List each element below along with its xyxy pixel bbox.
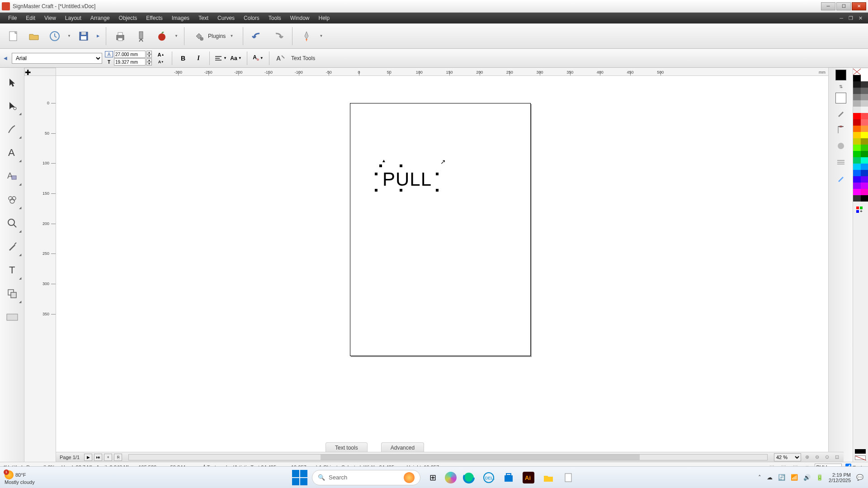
align-button[interactable]: ▼	[214, 52, 227, 65]
keyboard-tool[interactable]	[1, 306, 23, 328]
handle-n[interactable]	[400, 164, 402, 167]
width-down[interactable]: ▼	[146, 54, 152, 58]
text-height-input[interactable]	[114, 58, 146, 66]
undo-button[interactable]	[248, 27, 267, 46]
handle-se[interactable]	[436, 189, 439, 192]
color-swatch[interactable]	[853, 119, 861, 126]
color-swatch[interactable]	[853, 176, 861, 183]
save-dropdown[interactable]: ▶	[95, 34, 101, 38]
vertical-ruler[interactable]: -50050100150200250300350	[24, 76, 56, 462]
text-tools-icon[interactable]: A	[274, 52, 287, 65]
color-swatch[interactable]	[861, 119, 868, 126]
canvas-area[interactable]: ✚ mm -300-250-200-150-100-50050100150200…	[24, 68, 828, 462]
handle-e[interactable]	[436, 173, 439, 175]
canvas[interactable]: PULL ↗ ▲	[56, 76, 828, 462]
node-edit-tool[interactable]: ◢	[1, 95, 23, 117]
rotate-handle[interactable]: ↗	[440, 158, 446, 165]
color-swatch[interactable]	[861, 113, 868, 119]
mdi-minimize[interactable]: ─	[838, 15, 845, 21]
height-down[interactable]: ▼	[146, 62, 152, 66]
save-button[interactable]	[74, 27, 93, 46]
color-swatch[interactable]	[853, 151, 861, 157]
color-swatch[interactable]	[853, 189, 861, 195]
color-swatch[interactable]	[853, 183, 861, 189]
menu-effects[interactable]: Effects	[142, 14, 167, 23]
zoom-in[interactable]: ⊕	[803, 453, 811, 461]
zoom-tool[interactable]: ◢	[1, 212, 23, 234]
menu-tools[interactable]: Tools	[264, 14, 286, 23]
h-scrollbar[interactable]	[128, 454, 768, 460]
skew-handle[interactable]: ▲	[382, 158, 386, 163]
menu-edit[interactable]: Edit	[21, 14, 40, 23]
color-swatch[interactable]	[853, 126, 861, 132]
menu-images[interactable]: Images	[167, 14, 194, 23]
menu-arrange[interactable]: Arrange	[86, 14, 114, 23]
bold-button[interactable]: B	[177, 52, 189, 65]
pal-white[interactable]	[861, 69, 868, 75]
italic-button[interactable]: I	[192, 52, 205, 65]
tray-wifi[interactable]: 📶	[791, 474, 798, 481]
next-page[interactable]: ▶	[84, 454, 92, 461]
color-swatch[interactable]	[853, 81, 861, 88]
color-swatch[interactable]	[853, 138, 861, 145]
apple-button[interactable]	[152, 27, 171, 46]
copilot-icon[interactable]	[445, 472, 457, 483]
color-swatch[interactable]	[853, 113, 861, 119]
task-view[interactable]: ⊞	[425, 470, 440, 485]
tray-battery[interactable]: 🔋	[816, 474, 823, 481]
apple-dropdown[interactable]: ▼	[173, 34, 179, 38]
horizontal-ruler[interactable]: mm -300-250-200-150-100-5005010015020025…	[56, 68, 828, 76]
swap-colors[interactable]: ⇅	[839, 84, 843, 89]
color-swatch[interactable]	[861, 170, 868, 176]
zoom-out[interactable]: ⊖	[813, 453, 821, 461]
color-swatch[interactable]	[861, 107, 868, 113]
flag-tool[interactable]	[835, 123, 847, 136]
rocket-button[interactable]	[297, 27, 316, 46]
last-page[interactable]: ⏭	[94, 454, 102, 461]
color-swatch[interactable]	[861, 81, 868, 88]
color-swatch[interactable]	[853, 94, 861, 100]
fill-swatch[interactable]	[835, 70, 846, 80]
decrease-size[interactable]: A▼	[155, 59, 167, 65]
tab-text-tools[interactable]: Text tools	[326, 442, 368, 453]
color-swatch[interactable]	[861, 132, 868, 138]
weather-widget[interactable]: 1 80°F Mostly cloudy	[5, 470, 35, 485]
handle-sw[interactable]	[375, 189, 377, 192]
edge-icon[interactable]	[461, 470, 476, 485]
color-swatch[interactable]	[853, 157, 861, 164]
case-button[interactable]: Aa▼	[230, 52, 242, 65]
menu-colors[interactable]: Colors	[239, 14, 264, 23]
plugins-dropdown[interactable]: ▼	[228, 34, 235, 38]
color-swatch[interactable]	[853, 88, 861, 94]
menu-window[interactable]: Window	[286, 14, 314, 23]
color-swatch[interactable]	[861, 75, 868, 81]
explorer-icon[interactable]	[541, 470, 556, 485]
menu-view[interactable]: View	[40, 14, 61, 23]
cut-vinyl-button[interactable]	[132, 27, 151, 46]
new-button[interactable]	[4, 27, 23, 46]
lines-tool[interactable]	[835, 156, 847, 169]
zoom-page[interactable]: ⊡	[833, 453, 841, 461]
text-object-pull[interactable]: PULL	[382, 169, 432, 190]
color-swatch[interactable]	[861, 100, 868, 107]
no-fill[interactable]	[853, 69, 861, 75]
menu-objects[interactable]: Objects	[114, 14, 142, 23]
select-tool[interactable]	[1, 71, 23, 93]
color-swatch[interactable]	[853, 132, 861, 138]
dell-icon[interactable]: DELL	[481, 470, 496, 485]
rocket-dropdown[interactable]: ▼	[318, 34, 324, 38]
color-swatch[interactable]	[853, 195, 861, 202]
brush-tool[interactable]	[835, 172, 847, 185]
color-swatch[interactable]	[861, 126, 868, 132]
color-swatch[interactable]	[861, 94, 868, 100]
page-options[interactable]: ⎘	[114, 454, 122, 461]
menu-curves[interactable]: Curves	[213, 14, 239, 23]
taskbar-search[interactable]: 🔍 Search	[312, 470, 420, 485]
tray-clock[interactable]: 2:19 PM 2/12/2025	[829, 472, 851, 483]
text-width-input[interactable]	[114, 51, 146, 58]
illustrator-icon[interactable]: Ai	[521, 470, 536, 485]
color-swatch[interactable]	[853, 164, 861, 170]
zoom-select[interactable]: 42 %	[774, 453, 801, 461]
menu-file[interactable]: File	[4, 14, 21, 23]
color-swatch[interactable]	[861, 195, 868, 202]
